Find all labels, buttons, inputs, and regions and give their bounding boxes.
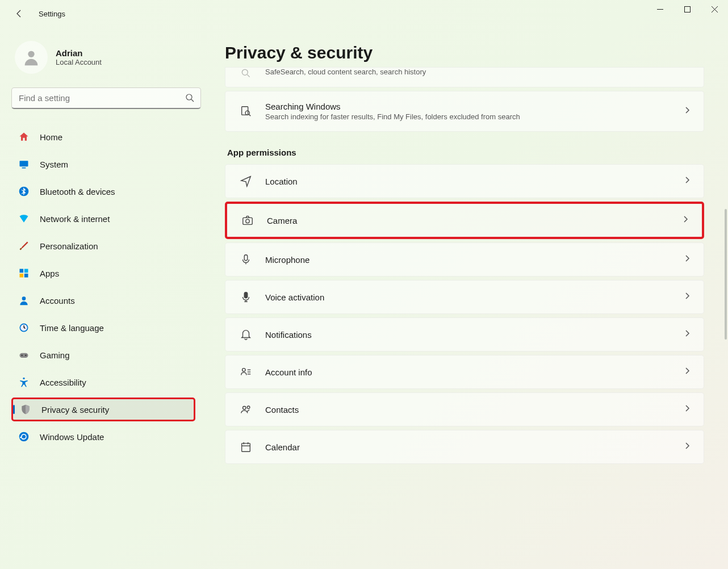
system-icon — [18, 158, 30, 170]
svg-point-18 — [21, 355, 23, 357]
settings-row-camera[interactable]: Camera — [225, 202, 704, 239]
settings-row-voice-activation[interactable]: Voice activation — [225, 280, 704, 314]
section-header-app-permissions: App permissions — [227, 148, 704, 157]
apps-icon — [18, 267, 30, 279]
accounts-icon — [18, 295, 30, 306]
svg-rect-1 — [684, 6, 690, 12]
sidebar-item-label: Home — [40, 132, 62, 142]
close-button[interactable] — [701, 0, 728, 18]
maximize-button[interactable] — [673, 0, 701, 18]
sidebar-item-system[interactable]: System — [11, 152, 195, 176]
settings-row-account-info[interactable]: Account info — [225, 355, 704, 389]
user-name: Adrian — [56, 48, 102, 58]
location-icon — [238, 175, 254, 187]
sidebar-item-accounts[interactable]: Accounts — [11, 288, 195, 312]
sidebar-item-label: Bluetooth & devices — [40, 187, 115, 196]
app-title: Settings — [39, 10, 65, 18]
settings-row-contacts[interactable]: Contacts — [225, 392, 704, 426]
sidebar-item-personalization[interactable]: Personalization — [11, 234, 195, 258]
svg-rect-29 — [244, 255, 248, 261]
gaming-icon — [18, 349, 30, 361]
sidebar-item-bluetooth-devices[interactable]: Bluetooth & devices — [11, 179, 195, 203]
svg-line-23 — [248, 75, 250, 77]
chevron-right-icon — [683, 292, 691, 302]
accessibility-icon — [18, 376, 30, 388]
row-title: Searching Windows — [265, 102, 683, 111]
camera-icon — [240, 214, 256, 227]
sidebar-item-network-internet[interactable]: Network & internet — [11, 207, 195, 231]
settings-row-searching-windows[interactable]: Searching WindowsSearch indexing for fas… — [225, 91, 704, 132]
row-title: Notifications — [265, 330, 683, 340]
account-info-icon — [238, 366, 254, 378]
svg-rect-12 — [20, 274, 24, 278]
scrollbar[interactable] — [725, 209, 727, 340]
calendar-icon — [238, 441, 254, 453]
chevron-right-icon — [683, 367, 691, 377]
sidebar-item-label: Accounts — [40, 296, 75, 306]
svg-point-31 — [242, 369, 246, 372]
chevron-right-icon — [681, 215, 689, 225]
svg-rect-30 — [244, 292, 248, 298]
sidebar-item-apps[interactable]: Apps — [11, 261, 195, 285]
svg-rect-7 — [20, 161, 28, 166]
svg-rect-37 — [242, 444, 250, 452]
svg-point-20 — [23, 378, 24, 379]
sidebar-item-label: Gaming — [40, 350, 70, 360]
sidebar-item-home[interactable]: Home — [11, 125, 195, 149]
home-icon — [18, 131, 30, 143]
settings-row-notifications[interactable]: Notifications — [225, 317, 704, 352]
update-icon — [18, 431, 30, 442]
sidebar-item-label: Network & internet — [40, 214, 110, 224]
sidebar-item-label: Apps — [40, 269, 59, 278]
sidebar-item-accessibility[interactable]: Accessibility — [11, 370, 195, 394]
row-title: Calendar — [265, 442, 683, 452]
row-title: Account info — [265, 367, 683, 377]
svg-line-6 — [191, 99, 194, 102]
sidebar-item-label: Personalization — [40, 241, 98, 251]
search-input[interactable] — [11, 87, 201, 109]
voice-icon — [238, 291, 254, 303]
row-subtitle: SafeSearch, cloud content search, search… — [265, 68, 683, 76]
svg-rect-8 — [22, 168, 26, 169]
settings-row-location[interactable]: Location — [225, 164, 704, 198]
svg-point-22 — [242, 69, 248, 75]
user-subtitle: Local Account — [56, 58, 102, 66]
settings-row-calendar[interactable]: Calendar — [225, 430, 704, 464]
svg-point-36 — [247, 406, 250, 409]
svg-point-28 — [246, 219, 249, 223]
search-doc-icon — [238, 105, 254, 118]
svg-point-14 — [22, 296, 26, 300]
sidebar-item-label: Windows Update — [40, 432, 104, 442]
svg-rect-17 — [20, 353, 28, 358]
page-title: Privacy & security — [225, 43, 704, 62]
back-button[interactable] — [14, 8, 25, 19]
svg-point-35 — [243, 407, 246, 410]
contacts-icon — [238, 403, 254, 416]
minimize-button[interactable] — [646, 0, 673, 18]
svg-rect-27 — [243, 217, 253, 224]
sidebar-item-label: Privacy & security — [41, 405, 109, 415]
bell-icon — [238, 328, 254, 341]
bluetooth-icon — [18, 186, 30, 197]
svg-line-26 — [249, 115, 251, 116]
sidebar-item-privacy-security[interactable]: Privacy & security — [11, 398, 195, 421]
shield-icon — [20, 404, 31, 415]
row-title: Contacts — [265, 405, 683, 415]
sidebar-item-gaming[interactable]: Gaming — [11, 343, 195, 367]
brush-icon — [18, 240, 30, 252]
svg-point-25 — [245, 111, 249, 115]
user-account-block[interactable]: Adrian Local Account — [11, 41, 195, 74]
sidebar-item-time-language[interactable]: Time & language — [11, 316, 195, 340]
svg-point-4 — [28, 51, 34, 57]
chevron-right-icon — [683, 254, 691, 265]
settings-row-search-permissions[interactable]: SafeSearch, cloud content search, search… — [225, 67, 704, 87]
chevron-right-icon — [683, 442, 691, 452]
settings-row-microphone[interactable]: Microphone — [225, 242, 704, 277]
sidebar-item-label: Time & language — [40, 323, 104, 333]
chevron-right-icon — [683, 176, 691, 186]
row-subtitle: Search indexing for faster results, Find… — [265, 112, 683, 121]
sidebar-item-windows-update[interactable]: Windows Update — [11, 425, 195, 449]
chevron-right-icon — [683, 329, 691, 340]
sidebar-item-label: Accessibility — [40, 378, 86, 387]
row-title: Voice activation — [265, 292, 683, 302]
